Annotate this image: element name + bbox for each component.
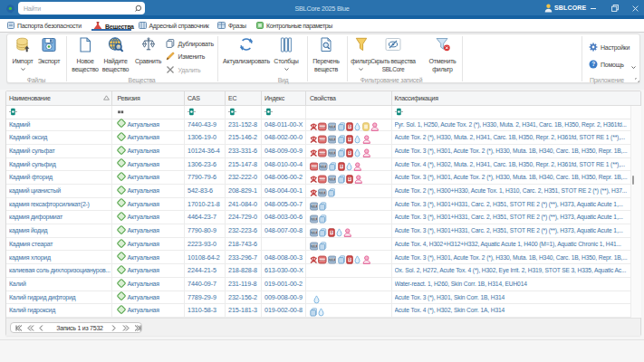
svg-text:XVII: XVII — [330, 138, 335, 141]
svg-text:XVII: XVII — [330, 151, 335, 155]
svg-text:XVII: XVII — [330, 257, 335, 261]
svg-text:D: D — [349, 138, 351, 142]
svg-text:SVHC: SVHC — [311, 165, 317, 167]
svg-text:XVII: XVII — [321, 164, 326, 167]
svg-text:?: ? — [591, 61, 595, 67]
svg-text:XVII: XVII — [312, 231, 317, 234]
svg-text:XVII: XVII — [312, 244, 317, 248]
svg-text:D: D — [331, 231, 333, 234]
svg-text:XVII: XVII — [330, 124, 335, 128]
svg-text:XVII: XVII — [330, 177, 335, 181]
svg-text:XVII: XVII — [312, 205, 317, 208]
svg-text:SVHC: SVHC — [319, 152, 325, 155]
svg-text:SVHC: SVHC — [319, 178, 325, 181]
svg-text:SVHC: SVHC — [319, 125, 325, 128]
svg-text:XVII: XVII — [312, 217, 317, 221]
svg-text:D: D — [349, 151, 351, 155]
svg-text:D: D — [349, 258, 351, 262]
svg-text:D: D — [349, 178, 351, 182]
svg-text:SVHC: SVHC — [319, 258, 325, 261]
svg-text:XVII: XVII — [320, 191, 325, 195]
svg-text:SVHC: SVHC — [319, 138, 325, 141]
svg-text:D: D — [340, 165, 342, 168]
svg-text:D: D — [349, 125, 351, 129]
